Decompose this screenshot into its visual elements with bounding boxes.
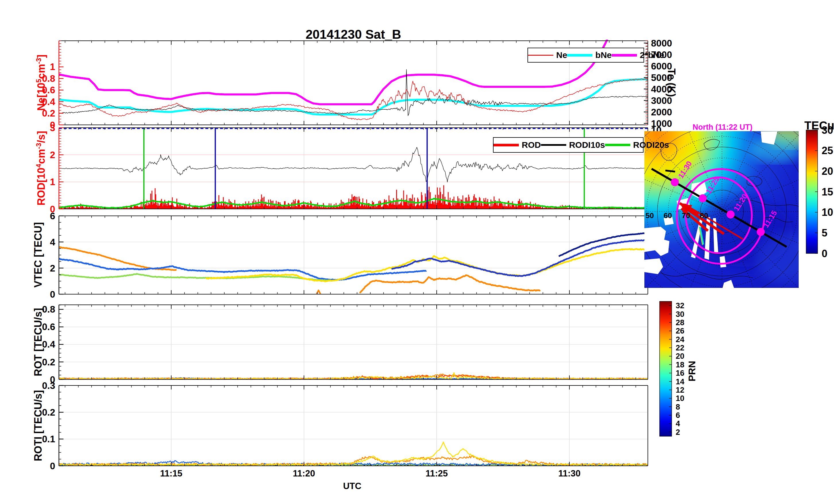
ytick-label: 3 [50, 122, 55, 133]
ytick-label: 4 [50, 237, 56, 247]
legend-label: RODI20s [633, 140, 669, 150]
tecu-colorbar-tick-label: 15 [822, 186, 833, 198]
prn-colorbar-tick-label: 26 [676, 327, 684, 335]
tecu-colorbar-tick-label: 10 [822, 206, 833, 218]
legend-item-RODI20s: RODI20s [605, 140, 669, 150]
vtec-axis-label: VTEC [TECU] [32, 222, 44, 288]
prn-colorbar-tick-label: 18 [676, 361, 684, 369]
prn-colorbar-tick-label: 28 [676, 318, 684, 327]
prn-colorbar: 3230282624222018161412108642 [660, 301, 684, 437]
prn-colorbar-tick-label: 4 [676, 419, 680, 428]
tecu-colorbar-tick-label: 20 [822, 165, 833, 177]
legend-ne: NebNe2*bNe [527, 48, 644, 63]
legend-swatch [541, 144, 566, 146]
page-title: 20141230 Sat_B [306, 27, 401, 42]
legend-swatch [493, 144, 519, 146]
ytick-label: 2 [50, 263, 55, 274]
rot-axis-label: ROT [TECU/s] [32, 308, 44, 376]
legend-label: 2*bNe [640, 50, 664, 60]
legend-label: bNe [595, 50, 612, 60]
te-tick-label: 8000 [651, 38, 672, 48]
legend-label: Ne [556, 50, 567, 60]
tecu-colorbar-title: TECu [805, 119, 834, 132]
prn-colorbar-tick-label: 12 [676, 386, 684, 394]
x-axis-label: UTC [343, 481, 361, 491]
prn-colorbar-tick-label: 22 [676, 344, 684, 352]
prn-colorbar-tick-label: 2 [676, 428, 680, 437]
legend-item-RODI10s: RODI10s [541, 140, 605, 150]
ytick-label: 6 [50, 211, 55, 221]
prn-colorbar-tick-label: 10 [676, 394, 684, 403]
legend-swatch [528, 55, 553, 56]
prn-colorbar-tick-label: 14 [676, 377, 684, 386]
prn-colorbar-label: PRN [686, 361, 698, 382]
tec-map: 5060708011:3011:2511:2011:15 [587, 77, 834, 346]
prn-colorbar-tick-label: 24 [676, 335, 684, 344]
ne-axis-label: Ne[105cm-3] [35, 54, 47, 111]
ytick-label: 0.3 [42, 380, 55, 391]
map-lat-label: 60 [664, 211, 672, 220]
panel-vtec-chart: 6420 [50, 211, 648, 300]
xtick-label: 11:30 [558, 468, 580, 478]
legend-label: ROD [522, 140, 541, 150]
ytick-label: 2 [50, 150, 55, 160]
xtick-label: 11:15 [160, 468, 182, 478]
legend-item-bNe: bNe [567, 50, 612, 60]
map-lat-label: 50 [645, 211, 654, 220]
legend-item-Ne: Ne [528, 50, 567, 60]
legend-rod: RODRODI10sRODI20s [493, 137, 643, 153]
ytick-label: 0 [50, 289, 55, 300]
tecu-colorbar-tick-label: 25 [822, 145, 833, 156]
panel-rot-chart: 0.80.60.40.20 [42, 304, 648, 385]
map-lat-label: 70 [682, 211, 690, 220]
panel-roti-chart: 0.30.20.10 [42, 380, 648, 471]
prn-colorbar-tick-label: 8 [676, 403, 680, 411]
map-lat-label: 80 [700, 211, 708, 220]
panel-rod-chart: 3210 [50, 122, 648, 214]
legend-swatch [567, 54, 592, 56]
legend-swatch [612, 54, 637, 56]
map-title: North (11:22 UT) [693, 123, 753, 132]
te-axis-label: Te (K) [665, 68, 677, 97]
te-tick-label: 2000 [651, 107, 672, 117]
ytick-label: 0 [50, 461, 55, 471]
rod-axis-label: ROD[104cm-3/s] [35, 131, 47, 206]
roti-axis-label: ROTI [TECU/s] [32, 390, 44, 461]
tecu-colorbar-tick-label: 5 [822, 227, 827, 239]
legend-item-2*bNe: 2*bNe [612, 50, 664, 60]
figure-root: 10.80.60.40.2080007000600050004000300020… [0, 0, 834, 504]
ytick-label: 1 [50, 62, 55, 72]
figure-canvas: 10.80.60.40.2080007000600050004000300020… [0, 0, 834, 504]
legend-item-ROD: ROD [493, 140, 541, 150]
prn-colorbar-tick-label: 16 [676, 369, 684, 377]
xtick-label: 11:25 [425, 468, 448, 478]
prn-colorbar-tick-label: 6 [676, 411, 680, 420]
prn-colorbar-tick-label: 32 [676, 301, 684, 310]
legend-label: RODI10s [569, 140, 605, 150]
legend-swatch [605, 144, 630, 146]
xtick-label: 11:20 [293, 468, 315, 478]
prn-colorbar-tick-label: 30 [676, 310, 684, 319]
tecu-colorbar-tick-label: 0 [822, 248, 827, 259]
prn-colorbar-tick-label: 20 [676, 352, 684, 361]
tecu-colorbar: 302520151050 [806, 124, 833, 259]
ytick-label: 1 [50, 177, 55, 187]
